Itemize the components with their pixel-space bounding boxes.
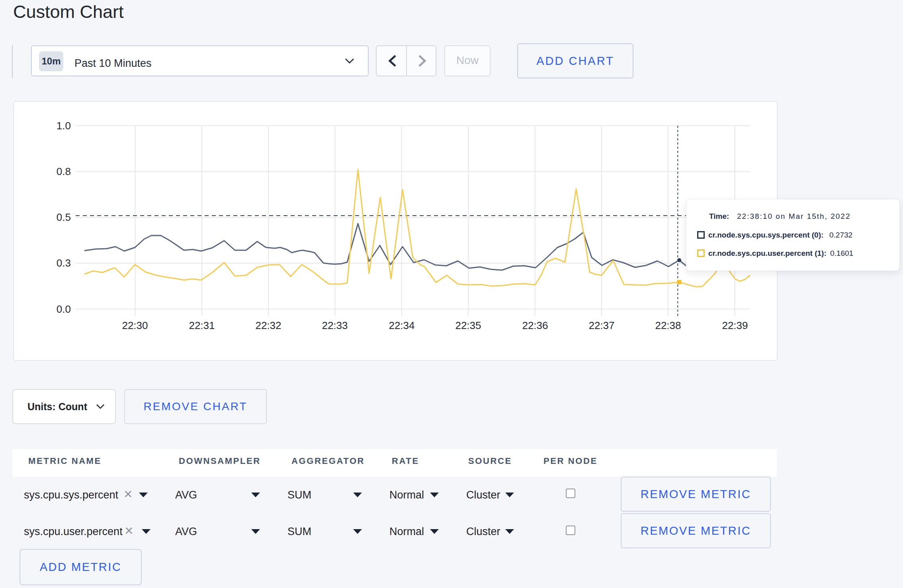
svg-text:0.5: 0.5 — [57, 211, 71, 223]
svg-text:22:31: 22:31 — [189, 319, 215, 331]
svg-text:22:35: 22:35 — [455, 319, 481, 331]
svg-text:22:39: 22:39 — [722, 319, 748, 331]
svg-text:22:34: 22:34 — [389, 319, 414, 331]
svg-text:22:32: 22:32 — [255, 319, 281, 331]
svg-text:0.8: 0.8 — [57, 165, 71, 177]
svg-text:22:30: 22:30 — [122, 319, 148, 331]
svg-text:0.3: 0.3 — [57, 257, 71, 269]
svg-text:1.0: 1.0 — [57, 120, 71, 132]
svg-text:22:33: 22:33 — [322, 319, 348, 331]
svg-text:0.0: 0.0 — [57, 303, 71, 315]
svg-text:22:36: 22:36 — [522, 319, 548, 331]
svg-text:22:38: 22:38 — [655, 319, 681, 331]
svg-text:22:37: 22:37 — [588, 319, 614, 331]
